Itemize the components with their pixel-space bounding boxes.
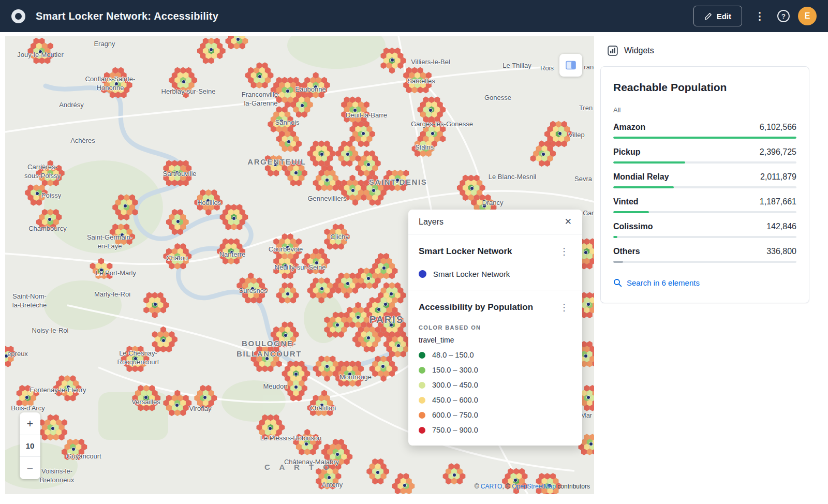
- locker-point[interactable]: [48, 217, 51, 221]
- locker-point[interactable]: [366, 336, 370, 339]
- header-menu-button[interactable]: ⋮: [750, 8, 769, 24]
- map-canvas[interactable]: EragnyJouy-le-MoutierConflans-Sainte- Ho…: [5, 36, 594, 494]
- locker-point[interactable]: [353, 108, 357, 112]
- locker-point[interactable]: [284, 333, 287, 337]
- help-button[interactable]: ?: [777, 10, 790, 22]
- locker-point[interactable]: [206, 199, 210, 202]
- locker-point[interactable]: [389, 323, 393, 327]
- locker-point[interactable]: [320, 152, 323, 156]
- locker-point[interactable]: [346, 281, 349, 285]
- locker-point[interactable]: [381, 364, 385, 368]
- locker-point[interactable]: [372, 188, 375, 192]
- locker-point[interactable]: [286, 245, 289, 249]
- zoom-out-button[interactable]: −: [20, 457, 40, 479]
- map-view-toggle-button[interactable]: [559, 54, 582, 77]
- locker-point[interactable]: [513, 478, 517, 482]
- locker-point[interactable]: [403, 483, 406, 487]
- locker-point[interactable]: [153, 302, 157, 306]
- locker-point[interactable]: [383, 302, 387, 306]
- locker-point[interactable]: [320, 403, 323, 407]
- locker-point[interactable]: [377, 307, 380, 311]
- avatar[interactable]: E: [798, 7, 817, 25]
- locker-point[interactable]: [589, 442, 593, 446]
- locker-point[interactable]: [134, 357, 137, 360]
- locker-point[interactable]: [382, 266, 386, 270]
- locker-point[interactable]: [176, 256, 180, 259]
- locker-point[interactable]: [279, 119, 283, 123]
- locker-point[interactable]: [304, 442, 308, 446]
- locker-point[interactable]: [286, 292, 289, 295]
- locker-point[interactable]: [51, 426, 54, 430]
- locker-point[interactable]: [99, 268, 103, 272]
- locker-point[interactable]: [325, 178, 329, 182]
- locker-point[interactable]: [114, 82, 118, 85]
- locker-point[interactable]: [428, 108, 432, 112]
- locker-point[interactable]: [584, 250, 587, 254]
- locker-point[interactable]: [335, 452, 339, 456]
- locker-point[interactable]: [314, 85, 317, 88]
- locker-point[interactable]: [236, 37, 240, 41]
- locker-point[interactable]: [175, 171, 179, 174]
- locker-point[interactable]: [286, 89, 289, 93]
- locker-point[interactable]: [176, 219, 180, 223]
- locker-point[interactable]: [232, 216, 235, 220]
- locker-point[interactable]: [300, 103, 304, 107]
- layer-options-icon[interactable]: ⋮: [556, 301, 572, 314]
- locker-point[interactable]: [265, 357, 269, 360]
- locker-point[interactable]: [35, 191, 39, 195]
- locker-point[interactable]: [366, 162, 370, 166]
- locker-point[interactable]: [258, 75, 261, 78]
- locker-point[interactable]: [273, 162, 277, 166]
- locker-point[interactable]: [315, 261, 318, 264]
- locker-point[interactable]: [396, 344, 400, 347]
- locker-point[interactable]: [71, 447, 75, 451]
- locker-point[interactable]: [361, 131, 365, 135]
- locker-point[interactable]: [144, 395, 147, 399]
- locker-point[interactable]: [287, 140, 290, 143]
- close-icon[interactable]: ✕: [565, 216, 572, 227]
- locker-point[interactable]: [48, 173, 51, 176]
- locker-point[interactable]: [558, 131, 561, 135]
- locker-point[interactable]: [395, 178, 399, 182]
- locker-point[interactable]: [5, 354, 8, 358]
- locker-point[interactable]: [161, 338, 165, 342]
- locker-point[interactable]: [586, 395, 590, 399]
- locker-point[interactable]: [209, 48, 213, 51]
- locker-point[interactable]: [415, 79, 419, 82]
- locker-point[interactable]: [203, 395, 206, 399]
- locker-point[interactable]: [366, 276, 370, 280]
- locker-point[interactable]: [120, 233, 124, 236]
- locker-point[interactable]: [327, 476, 331, 479]
- locker-point[interactable]: [356, 315, 360, 319]
- locker-point[interactable]: [482, 204, 486, 207]
- locker-point[interactable]: [422, 145, 426, 149]
- locker-point[interactable]: [320, 287, 323, 290]
- locker-point[interactable]: [294, 372, 298, 376]
- locker-point[interactable]: [325, 364, 329, 368]
- locker-point[interactable]: [346, 152, 349, 156]
- edit-button[interactable]: Edit: [693, 6, 742, 26]
- locker-point[interactable]: [351, 188, 354, 192]
- search-elements-button[interactable]: Search in 6 elements: [613, 278, 700, 287]
- locker-point[interactable]: [335, 323, 339, 327]
- locker-point[interactable]: [250, 287, 254, 290]
- locker-point[interactable]: [66, 385, 70, 389]
- locker-point[interactable]: [268, 426, 272, 430]
- locker-point[interactable]: [284, 264, 287, 268]
- locker-point[interactable]: [25, 395, 28, 399]
- locker-point[interactable]: [348, 372, 351, 376]
- locker-point[interactable]: [335, 235, 339, 239]
- locker-point[interactable]: [294, 385, 298, 389]
- locker-point[interactable]: [431, 131, 434, 135]
- locker-point[interactable]: [470, 186, 474, 190]
- locker-point[interactable]: [389, 292, 393, 295]
- locker-point[interactable]: [584, 354, 587, 358]
- osm-link[interactable]: OpenStreetMap: [512, 483, 556, 490]
- locker-point[interactable]: [182, 80, 185, 83]
- locker-point[interactable]: [175, 403, 179, 407]
- zoom-in-button[interactable]: +: [20, 412, 40, 435]
- locker-point[interactable]: [586, 302, 590, 306]
- locker-point[interactable]: [123, 204, 127, 207]
- locker-point[interactable]: [376, 470, 379, 474]
- layer-options-icon[interactable]: ⋮: [556, 245, 572, 258]
